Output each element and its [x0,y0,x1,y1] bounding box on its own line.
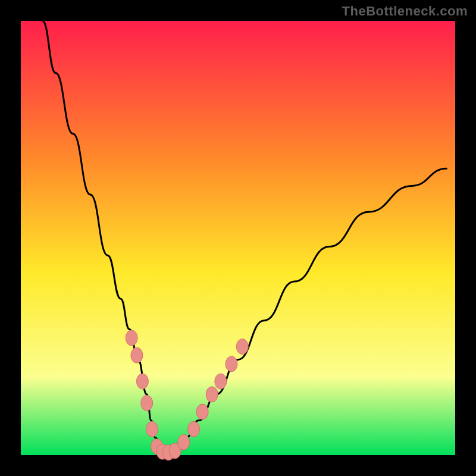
data-marker-0 [126,330,137,346]
data-marker-2 [136,374,148,389]
data-marker-1 [131,347,143,363]
data-marker-13 [215,374,227,389]
data-marker-9 [178,434,190,450]
data-marker-14 [226,356,237,372]
data-marker-12 [206,387,218,402]
watermark-label: TheBottleneck.com [342,4,468,19]
plot-background [21,21,455,455]
data-marker-4 [146,421,158,437]
data-marker-3 [141,395,153,411]
data-marker-11 [196,404,208,419]
bottleneck-chart [0,0,476,476]
chart-stage: TheBottleneck.com [0,0,476,476]
data-marker-10 [188,421,200,437]
data-marker-15 [236,339,248,355]
